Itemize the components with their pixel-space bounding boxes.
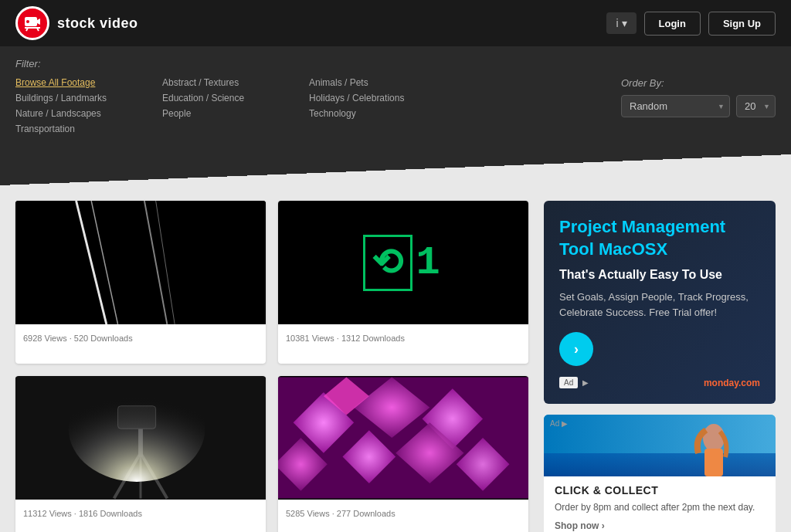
logo-text: stock video	[57, 15, 138, 32]
video-info-1: 6928 Views · 520 Downloads	[15, 324, 266, 351]
info-button[interactable]: i ▾	[606, 12, 636, 34]
filter-people[interactable]: People	[162, 108, 286, 119]
countdown-bg: ⟲ 1	[278, 201, 528, 324]
signup-button[interactable]: Sign Up	[708, 12, 776, 36]
filter-buildings[interactable]: Buildings / Landmarks	[15, 93, 139, 103]
ad-cta-1[interactable]: ›	[559, 332, 593, 366]
filter-holidays[interactable]: Holidays / Celebrations	[309, 93, 433, 103]
crystals-svg	[278, 376, 528, 500]
video-info-4: 5285 Views · 277 Downloads	[278, 500, 528, 526]
light-beams-visual	[15, 201, 266, 324]
ad-block-2: ✕ Ad ▶	[544, 415, 776, 532]
login-button[interactable]: Login	[644, 12, 701, 36]
video-stats-4: 5285 Views · 277 Downloads	[286, 509, 396, 518]
filter-technology[interactable]: Technology	[309, 108, 433, 119]
video-card-4[interactable]: 5285 Views · 277 Downloads	[278, 376, 528, 532]
ad-label: Ad	[559, 377, 578, 388]
main-content: 6928 Views · 520 Downloads ⟲ 1 10381 Vie…	[0, 185, 791, 532]
video-thumb-4	[278, 376, 528, 500]
filter-education[interactable]: Education / Science	[162, 93, 286, 103]
ad-subtitle-1: That's Actually Easy To Use	[559, 268, 760, 282]
ad2-cta[interactable]: Shop now ›	[555, 520, 765, 531]
logo-icon	[15, 6, 49, 40]
filter-links-area: Browse All Footage Buildings / Landmarks…	[15, 77, 621, 139]
svg-rect-28	[544, 453, 776, 476]
studio-svg	[15, 376, 266, 500]
svg-point-29	[703, 424, 725, 452]
logo-area: stock video	[15, 6, 138, 40]
countdown-number: 1	[416, 240, 443, 286]
video-info-2: 10381 Views · 1312 Downloads	[278, 324, 528, 351]
video-card-1[interactable]: 6928 Views · 520 Downloads	[15, 201, 266, 364]
sort-select[interactable]: Random Most Viewed Most Downloaded Newes…	[621, 95, 730, 117]
filter-animals[interactable]: Animals / Pets	[309, 77, 433, 88]
countdown-display: ⟲ 1	[363, 235, 443, 291]
ad-footer-1: Ad ▶ monday.com	[559, 377, 760, 388]
filter-label: Filter:	[15, 58, 776, 69]
header-right: i ▾ Login Sign Up	[606, 12, 776, 36]
video-thumb-2: ⟲ 1	[278, 201, 528, 324]
ad-title-1: Project Management Tool MacOSX	[559, 216, 760, 260]
ad-block-1: Project Management Tool MacOSX That's Ac…	[544, 201, 776, 404]
video-info-3: 11312 Views · 1816 Downloads	[15, 500, 266, 526]
filter-col-3: Animals / Pets Holidays / Celebrations T…	[309, 77, 433, 139]
ad-badges: Ad ▶	[559, 377, 589, 388]
order-controls: Random Most Viewed Most Downloaded Newes…	[621, 95, 776, 117]
ad2-ad-label: Ad ▶	[550, 419, 568, 428]
ad-brand-1: monday.com	[704, 378, 760, 388]
ad2-image: Ad ▶	[544, 415, 776, 476]
filter-abstract[interactable]: Abstract / Textures	[162, 77, 286, 88]
video-stats-1: 6928 Views · 520 Downloads	[23, 334, 133, 343]
svg-rect-30	[704, 449, 723, 476]
svg-marker-1	[37, 19, 40, 25]
svg-point-17	[69, 376, 205, 482]
order-label: Order By:	[621, 77, 776, 89]
filter-bar: Filter: Browse All Footage Buildings / L…	[0, 46, 791, 154]
ad2-illustration	[544, 415, 776, 476]
video-stats-3: 11312 Views · 1816 Downloads	[23, 509, 142, 518]
ad-why[interactable]: ▶	[582, 378, 589, 387]
video-card-2[interactable]: ⟲ 1 10381 Views · 1312 Downloads	[278, 201, 528, 364]
filter-browse-all[interactable]: Browse All Footage	[15, 77, 139, 88]
svg-rect-6	[15, 201, 266, 324]
ad2-title: CLICK & COLLECT	[555, 484, 765, 496]
filter-row: Browse All Footage Buildings / Landmarks…	[15, 77, 776, 139]
count-select[interactable]: 10 20 40 60	[736, 95, 776, 117]
diagonal-divider	[0, 154, 791, 185]
filter-col-2: Abstract / Textures Education / Science …	[162, 77, 286, 139]
ad-cta-arrow-1: ›	[574, 341, 579, 357]
svg-point-2	[26, 20, 29, 23]
ad2-body: Order by 8pm and collect after 2pm the n…	[555, 501, 765, 514]
video-stats-2: 10381 Views · 1312 Downloads	[286, 334, 405, 343]
video-card-3[interactable]: 11312 Views · 1816 Downloads	[15, 376, 266, 532]
ad2-content: CLICK & COLLECT Order by 8pm and collect…	[544, 476, 776, 532]
filter-transportation[interactable]: Transportation	[15, 124, 139, 134]
filter-col-1: Browse All Footage Buildings / Landmarks…	[15, 77, 139, 139]
video-grid: 6928 Views · 520 Downloads ⟲ 1 10381 Vie…	[15, 201, 528, 532]
countdown-left: ⟲	[363, 235, 412, 291]
filter-nature[interactable]: Nature / Landscapes	[15, 108, 139, 119]
count-select-wrapper: 10 20 40 60	[736, 95, 776, 117]
video-thumb-3	[15, 376, 266, 500]
video-thumb-1	[15, 201, 266, 324]
order-section: Order By: Random Most Viewed Most Downlo…	[621, 77, 776, 117]
header: stock video i ▾ Login Sign Up	[0, 0, 791, 46]
sidebar: Project Management Tool MacOSX That's Ac…	[544, 201, 776, 532]
ad-body-1: Set Goals, Assign People, Track Progress…	[559, 290, 760, 320]
sort-select-wrapper: Random Most Viewed Most Downloaded Newes…	[621, 95, 730, 117]
